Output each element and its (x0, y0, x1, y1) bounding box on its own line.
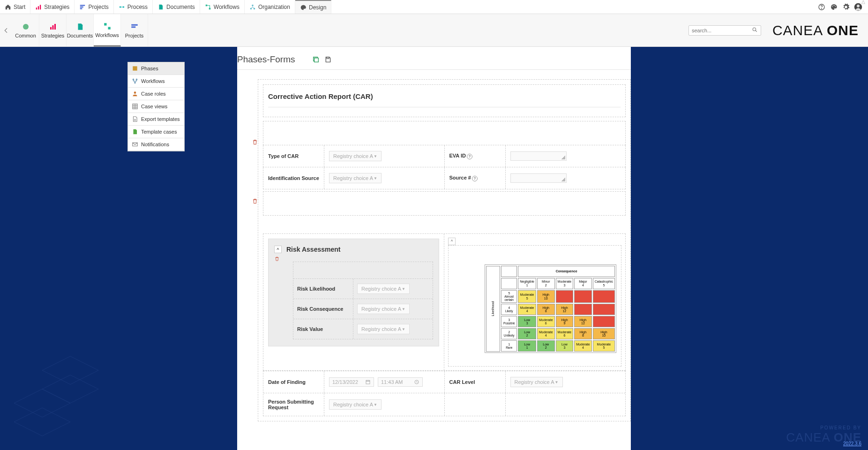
risk-consequence-label: Risk Consequence (297, 306, 343, 312)
ribbon-strategies[interactable]: Strategies (39, 14, 67, 46)
help-icon[interactable]: ? (467, 154, 472, 159)
flow-icon (205, 4, 211, 10)
delete-section-icon[interactable] (252, 198, 258, 204)
svg-point-36 (136, 79, 137, 80)
sidebar-icon (132, 78, 138, 84)
identification-source-label: Identification Source (268, 175, 319, 181)
sidebar-item-case-roles[interactable]: Case roles (128, 88, 184, 100)
ribbon-common[interactable]: Common (12, 14, 39, 46)
empty-placeholder-row[interactable] (263, 191, 626, 216)
sidebar-item-export-templates[interactable]: Export templates (128, 113, 184, 126)
svg-rect-9 (209, 8, 211, 9)
footer-logo: CANEA ONE (786, 430, 861, 445)
page-title: Phases-Forms (237, 54, 295, 65)
design-icon (300, 4, 307, 11)
empty-placeholder-row[interactable] (293, 262, 433, 279)
type-of-car-label: Type of CAR (268, 153, 299, 159)
risk-assessment-section[interactable]: ^ Risk Assessment Risk Likelihood Regist… (268, 239, 439, 346)
svg-rect-42 (314, 58, 318, 62)
search-input[interactable] (688, 25, 761, 36)
svg-point-38 (134, 91, 136, 94)
risk-likelihood-label: Risk Likelihood (297, 286, 335, 292)
delete-risk-icon[interactable] (274, 256, 433, 262)
svg-rect-25 (104, 23, 106, 25)
top-nav: △ StartStrategiesProjectsProcessDocument… (0, 0, 868, 14)
ribbon-documents[interactable]: Documents (67, 14, 94, 46)
sidebar-icon (132, 141, 138, 148)
palette-icon[interactable] (830, 3, 838, 11)
eva-id-input[interactable] (510, 151, 567, 161)
collapse-icon[interactable]: ^ (448, 238, 456, 245)
tab-documents[interactable]: Documents (153, 0, 200, 14)
ribbon-icon (76, 22, 84, 31)
source-num-input[interactable] (510, 173, 567, 183)
sidebar-item-notifications[interactable]: Notifications (128, 138, 184, 151)
gear-icon[interactable] (842, 3, 850, 11)
ribbon-icon (130, 22, 139, 31)
workspace: PhasesWorkflowsCase rolesCase viewsExpor… (0, 47, 868, 450)
tab-workflows[interactable]: Workflows (200, 0, 245, 14)
svg-rect-34 (133, 66, 137, 70)
tab-design[interactable]: Design (295, 0, 331, 14)
save-icon[interactable] (324, 56, 332, 63)
collapse-handle-icon[interactable]: △ (861, 0, 865, 4)
help-icon[interactable]: ? (472, 176, 478, 181)
type-of-car-select[interactable]: Registry choice A▼ (329, 151, 382, 161)
svg-point-6 (119, 6, 121, 8)
help-icon[interactable] (817, 3, 826, 11)
ribbon: CommonStrategiesDocumentsWorkflowsProjec… (0, 14, 868, 47)
svg-point-10 (252, 4, 254, 6)
svg-point-15 (832, 6, 833, 7)
svg-marker-30 (14, 389, 70, 417)
tab-strategies[interactable]: Strategies (30, 0, 75, 14)
identification-source-select[interactable]: Registry choice A▼ (329, 173, 382, 183)
svg-point-14 (822, 8, 822, 8)
ribbon-icon (22, 22, 30, 31)
svg-rect-1 (38, 6, 39, 9)
collapse-icon[interactable]: ^ (274, 246, 282, 253)
config-sidebar: PhasesWorkflowsCase rolesCase viewsExpor… (127, 62, 185, 151)
tab-organization[interactable]: Organization (245, 0, 295, 14)
svg-rect-27 (131, 24, 138, 25)
tab-process[interactable]: Process (114, 0, 153, 14)
brand-logo: CANEA ONE (768, 14, 868, 46)
risk-value-label: Risk Value (297, 326, 323, 332)
eva-id-label: EVA ID? (449, 153, 472, 159)
submitter-select[interactable]: Registry choice A▼ (329, 399, 382, 410)
tab-start[interactable]: Start (0, 0, 30, 14)
main-panel: Phases-Forms Corrective Action Report (C… (237, 47, 631, 450)
delete-section-icon[interactable] (252, 139, 258, 145)
source-num-label: Source #? (449, 175, 478, 181)
svg-rect-23 (52, 25, 53, 30)
svg-point-17 (834, 5, 835, 6)
form-title: Corrective Action Report (CAR) (268, 92, 621, 100)
empty-placeholder-row[interactable] (263, 121, 626, 145)
sidebar-icon (132, 90, 138, 97)
save-all-icon[interactable] (312, 56, 320, 63)
svg-rect-43 (327, 57, 329, 59)
sidebar-item-case-views[interactable]: Case views (128, 100, 184, 113)
date-of-finding-time-input[interactable]: 11:43 AM (378, 377, 423, 387)
risk-matrix-container[interactable]: LikelihoodConsequenceNegligible1Minor2Mo… (448, 245, 621, 367)
ribbon-projects[interactable]: Projects (121, 14, 148, 46)
sidebar-item-phases[interactable]: Phases (128, 62, 184, 75)
doc-icon (157, 4, 164, 10)
back-arrow-icon[interactable] (0, 14, 12, 46)
tab-projects[interactable]: Projects (75, 0, 113, 14)
svg-rect-22 (50, 27, 52, 29)
date-of-finding-date-input[interactable]: 12/13/2022 (329, 377, 374, 387)
risk-likelihood-select[interactable]: Registry choice A▼ (357, 284, 410, 294)
car-level-select[interactable]: Registry choice A▼ (510, 377, 563, 387)
risk-value-select[interactable]: Registry choice A▼ (357, 324, 410, 334)
sidebar-item-template-cases[interactable]: Template cases (128, 126, 184, 138)
ribbon-workflows[interactable]: Workflows (94, 14, 121, 46)
search-icon[interactable] (752, 27, 759, 34)
risk-consequence-select[interactable]: Registry choice A▼ (357, 304, 410, 314)
sidebar-icon (132, 103, 138, 110)
svg-rect-0 (36, 8, 37, 9)
powered-by-label: POWERED BY (786, 425, 861, 430)
form-header[interactable]: Corrective Action Report (CAR) (263, 84, 626, 117)
svg-rect-5 (80, 8, 82, 9)
org-icon (249, 4, 256, 10)
sidebar-item-workflows[interactable]: Workflows (128, 75, 184, 88)
